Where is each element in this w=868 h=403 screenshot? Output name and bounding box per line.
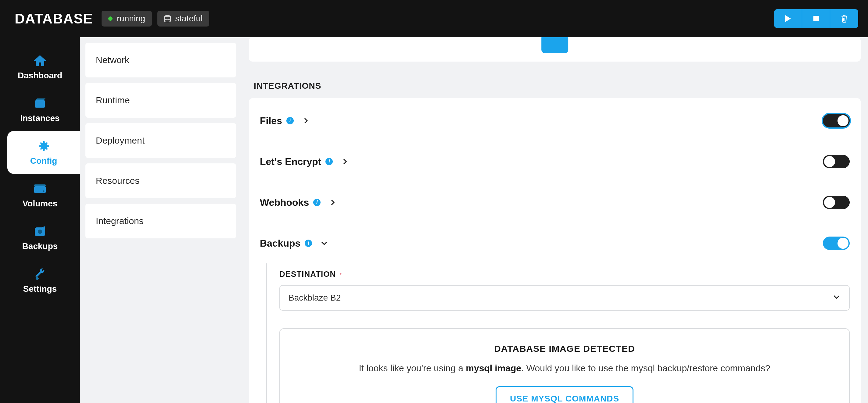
- toggle-files[interactable]: [823, 114, 850, 127]
- chevron-right-icon[interactable]: [329, 199, 336, 206]
- destination-label: DESTINATION: [279, 269, 336, 279]
- use-mysql-commands-button[interactable]: USE MYSQL COMMANDS: [496, 386, 633, 403]
- svg-rect-3: [34, 186, 46, 193]
- start-button[interactable]: [774, 9, 802, 28]
- action-button-group: [774, 9, 858, 28]
- delete-button[interactable]: [830, 9, 858, 28]
- svg-point-0: [164, 15, 170, 17]
- sidebar-item-settings[interactable]: Settings: [0, 259, 80, 302]
- backups-icon: [34, 225, 46, 238]
- svg-point-4: [43, 191, 44, 192]
- sidebar-item-backups[interactable]: Backups: [0, 216, 80, 259]
- backups-expanded-body: DESTINATION * Backblaze B2 DATABASE IMAG…: [266, 263, 850, 403]
- integration-label: Backups: [260, 238, 301, 249]
- svg-rect-5: [34, 184, 46, 186]
- database-image-detected-box: DATABASE IMAGE DETECTED It looks like yo…: [279, 328, 850, 403]
- kind-label: stateful: [175, 14, 203, 24]
- detected-text: It looks like you're using a mysql image…: [359, 363, 770, 373]
- sidebar-item-label: Volumes: [23, 199, 58, 208]
- integration-row-webhooks: Webhooks i: [260, 182, 850, 223]
- subnav-item-deployment[interactable]: Deployment: [85, 123, 236, 158]
- main-panel: INTEGRATIONS Files i Let's Encrypt i: [242, 37, 868, 403]
- wrench-icon: [34, 268, 46, 280]
- section-heading-integrations: INTEGRATIONS: [254, 81, 861, 91]
- integration-label: Let's Encrypt: [260, 156, 321, 167]
- sidebar-item-config[interactable]: Config: [7, 131, 80, 174]
- status-dot-icon: [108, 16, 113, 21]
- info-icon[interactable]: i: [286, 117, 294, 124]
- chevron-down-icon[interactable]: [320, 240, 328, 247]
- sidebar-item-volumes[interactable]: Volumes: [0, 174, 80, 216]
- svg-rect-1: [813, 16, 819, 21]
- chevron-right-icon[interactable]: [341, 158, 349, 165]
- integrations-card: Files i Let's Encrypt i Webhoo: [249, 98, 861, 403]
- chevron-down-icon: [833, 293, 841, 303]
- destination-value: Backblaze B2: [288, 293, 341, 303]
- topbar: DATABASE running stateful: [0, 0, 868, 37]
- kind-badge: stateful: [157, 11, 209, 27]
- sidebar-item-label: Backups: [22, 241, 58, 251]
- stop-button[interactable]: [802, 9, 830, 28]
- subnav-item-network[interactable]: Network: [85, 43, 236, 77]
- chevron-right-icon[interactable]: [302, 117, 310, 124]
- previous-section-card: [249, 37, 861, 62]
- sidebar-item-label: Config: [30, 156, 57, 166]
- info-icon[interactable]: i: [326, 158, 333, 165]
- svg-rect-2: [35, 100, 45, 108]
- integration-row-backups: Backups i: [260, 223, 850, 263]
- subnav-item-resources[interactable]: Resources: [85, 163, 236, 198]
- integration-row-files: Files i: [260, 100, 850, 141]
- previous-section-button[interactable]: [541, 37, 568, 53]
- toggle-letsencrypt[interactable]: [823, 155, 850, 168]
- page-title: DATABASE: [14, 10, 93, 27]
- integration-label: Files: [260, 115, 282, 127]
- destination-select[interactable]: Backblaze B2: [279, 285, 850, 311]
- config-subnav: Network Runtime Deployment Resources Int…: [80, 37, 242, 403]
- gear-icon: [37, 140, 50, 153]
- status-badge: running: [101, 11, 152, 27]
- svg-point-7: [38, 230, 42, 234]
- toggle-webhooks[interactable]: [823, 196, 850, 209]
- required-star-icon: *: [340, 272, 342, 278]
- database-icon: [164, 15, 171, 22]
- detected-title: DATABASE IMAGE DETECTED: [494, 343, 635, 354]
- cube-icon: [34, 97, 46, 110]
- toggle-backups[interactable]: [823, 237, 850, 250]
- sidebar-item-label: Dashboard: [18, 71, 62, 80]
- subnav-item-runtime[interactable]: Runtime: [85, 83, 236, 118]
- status-label: running: [117, 14, 145, 24]
- primary-sidebar: Dashboard Instances Config: [0, 37, 80, 403]
- info-icon[interactable]: i: [313, 199, 320, 206]
- sidebar-item-dashboard[interactable]: Dashboard: [0, 46, 80, 89]
- sidebar-item-label: Instances: [20, 113, 60, 123]
- home-icon: [33, 54, 46, 67]
- info-icon[interactable]: i: [305, 240, 312, 247]
- integration-row-letsencrypt: Let's Encrypt i: [260, 141, 850, 182]
- drive-icon: [34, 182, 46, 195]
- sidebar-item-label: Settings: [23, 284, 57, 294]
- subnav-item-integrations[interactable]: Integrations: [85, 204, 236, 238]
- sidebar-item-instances[interactable]: Instances: [0, 89, 80, 131]
- integration-label: Webhooks: [260, 197, 309, 208]
